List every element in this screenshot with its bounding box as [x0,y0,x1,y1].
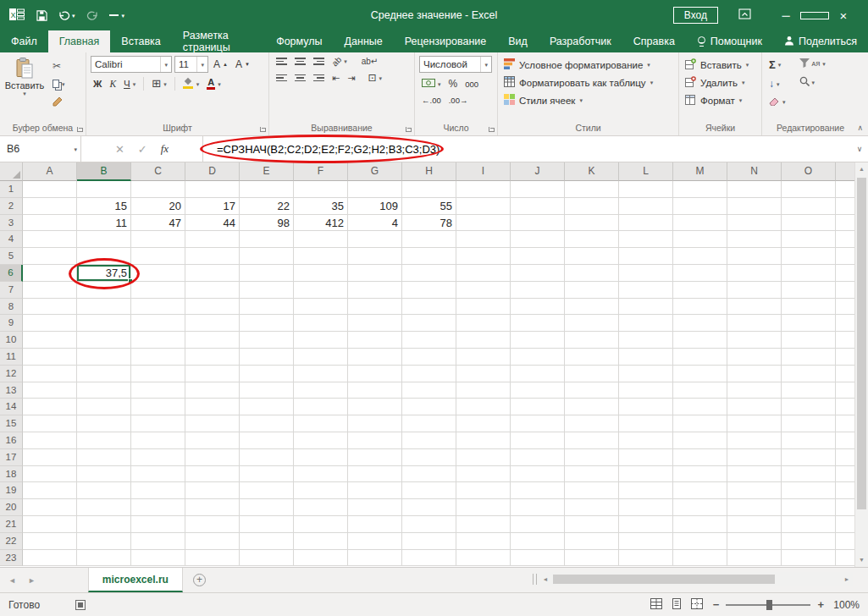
align-left-button[interactable] [274,74,290,83]
cell-O21[interactable] [782,516,836,533]
cell-M16[interactable] [673,432,727,449]
cell-G12[interactable] [348,366,402,382]
cell-G8[interactable] [348,299,402,316]
font-color-button[interactable]: А▾ [204,77,223,91]
cell-E8[interactable] [240,299,294,316]
cell-K7[interactable] [565,282,619,299]
cell-N14[interactable] [727,399,782,415]
scroll-up-icon[interactable]: ▲ [855,162,868,176]
column-header-F[interactable]: F [294,162,348,181]
cell-B3[interactable]: 11 [77,215,131,232]
cell-K3[interactable] [565,215,619,232]
cell-C6[interactable] [131,265,185,282]
cell-F11[interactable] [294,349,348,366]
cell-L14[interactable] [619,399,673,415]
cell-H10[interactable] [402,332,456,349]
cell-B11[interactable] [77,349,131,366]
horizontal-scrollbar[interactable]: ◄ ► [533,572,853,586]
cell-M22[interactable] [673,533,727,550]
cell-I22[interactable] [456,533,511,550]
cell-K22[interactable] [565,533,619,550]
cell-L8[interactable] [619,299,673,316]
cell-G17[interactable] [348,449,402,466]
cell-A14[interactable] [23,399,77,415]
cell-J9[interactable] [511,315,565,332]
column-header-D[interactable]: D [185,162,240,181]
cell-C20[interactable] [131,499,185,516]
align-top-button[interactable] [274,57,290,66]
column-header-H[interactable]: H [402,162,456,181]
cell-M14[interactable] [673,399,727,415]
fill-color-button[interactable]: ▾ [180,78,202,90]
cell-H11[interactable] [402,349,456,366]
decrease-font-button[interactable]: A▼ [233,58,252,71]
cell-O16[interactable] [782,432,836,449]
cell-J22[interactable] [511,533,565,550]
cell-N2[interactable] [727,198,782,215]
cell-F20[interactable] [294,499,348,516]
cell-L15[interactable] [619,415,673,432]
view-normal-button[interactable] [650,598,662,612]
cell-C11[interactable] [131,349,185,366]
comma-style-button[interactable]: 000 [462,79,481,90]
row-header-13[interactable]: 13 [0,382,23,399]
cell-G19[interactable] [348,482,402,499]
cell-D20[interactable] [185,499,240,516]
paste-button[interactable]: Вставить ▾ [4,56,45,122]
cell-H13[interactable] [402,382,456,399]
cell-B6[interactable]: 37,5 [77,265,131,282]
cell-K23[interactable] [565,550,619,567]
merge-center-button[interactable]: ⊡▾ [365,71,384,85]
ribbon-display-options-icon[interactable] [738,8,751,22]
select-all-corner[interactable] [0,162,23,181]
cell-D15[interactable] [185,415,240,432]
cell-O9[interactable] [782,315,836,332]
tab-help[interactable]: Справка [622,30,686,52]
row-header-2[interactable]: 2 [0,198,23,215]
cell-K10[interactable] [565,332,619,349]
cell-B17[interactable] [77,449,131,466]
cell-E12[interactable] [240,366,294,382]
cell-L1[interactable] [619,181,673,198]
cell-O5[interactable] [782,248,836,265]
cell-E13[interactable] [240,382,294,399]
customize-qat-icon[interactable]: ▾ [109,13,125,19]
cell-G4[interactable] [348,231,402,248]
cell-O13[interactable] [782,382,836,399]
cell-I5[interactable] [456,248,511,265]
cell-N6[interactable] [727,265,782,282]
cell-F16[interactable] [294,432,348,449]
cell-O8[interactable] [782,299,836,316]
row-header-1[interactable]: 1 [0,181,23,198]
cell-E22[interactable] [240,533,294,550]
cell-O18[interactable] [782,466,836,483]
column-header-B[interactable]: B [77,162,131,181]
cell-K5[interactable] [565,248,619,265]
cell-L16[interactable] [619,432,673,449]
column-header-E[interactable]: E [240,162,294,181]
cell-E3[interactable]: 98 [240,215,294,232]
row-header-10[interactable]: 10 [0,332,23,349]
cell-L11[interactable] [619,349,673,366]
column-header-M[interactable]: M [673,162,727,181]
row-header-9[interactable]: 9 [0,315,23,332]
font-size-combobox[interactable]: 11▾ [174,56,208,73]
cell-L9[interactable] [619,315,673,332]
cell-I9[interactable] [456,315,511,332]
cell-G10[interactable] [348,332,402,349]
cell-H12[interactable] [402,366,456,382]
cell-J13[interactable] [511,382,565,399]
cell-E9[interactable] [240,315,294,332]
zoom-out-button[interactable]: − [713,598,720,611]
minimize-button[interactable]: ─ [771,9,800,22]
cell-A17[interactable] [23,449,77,466]
cell-I17[interactable] [456,449,511,466]
cell-H20[interactable] [402,499,456,516]
cell-D5[interactable] [185,248,240,265]
sign-in-button[interactable]: Вход [673,7,718,24]
cell-J4[interactable] [511,231,565,248]
cell-B14[interactable] [77,399,131,415]
cell-D21[interactable] [185,516,240,533]
cell-I2[interactable] [456,198,511,215]
cell-H23[interactable] [402,550,456,567]
